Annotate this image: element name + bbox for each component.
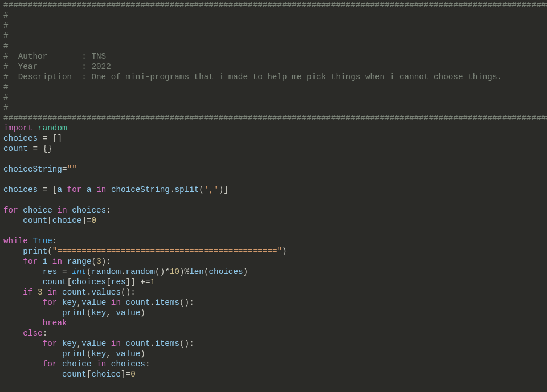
code-line: for i in range(3): xyxy=(3,257,111,266)
code-line: res = int(random.random()*10)%len(choice… xyxy=(3,267,248,276)
code-line: count = {} xyxy=(3,144,52,153)
comment-year: # Year : 2022 xyxy=(3,62,111,71)
code-line: import random xyxy=(3,124,67,133)
code-line: count[choices[res]] +=1 xyxy=(3,277,155,287)
code-line xyxy=(3,226,9,235)
code-line: count[choice]=0 xyxy=(3,216,96,225)
code-line: # xyxy=(3,21,9,30)
code-line xyxy=(3,195,9,205)
comment-description: # Description : One of mini-programs tha… xyxy=(3,72,502,81)
code-line: choices = [] xyxy=(3,134,62,143)
code-line: # Year : 2022 xyxy=(3,62,111,71)
code-line: choices = [a for a in choiceString.split… xyxy=(3,185,228,194)
code-line: ########################################… xyxy=(3,113,547,122)
code-line: # xyxy=(3,93,9,102)
code-line: else: xyxy=(3,329,47,338)
code-line xyxy=(3,154,9,164)
code-line: for key,value in count.items(): xyxy=(3,339,194,348)
code-line: for key,value in count.items(): xyxy=(3,298,194,307)
code-line: break xyxy=(3,318,67,328)
code-line: for choice in choices: xyxy=(3,360,150,369)
comment-rule: ########################################… xyxy=(3,1,547,10)
keyword-import: import xyxy=(3,124,32,133)
code-editor[interactable]: ########################################… xyxy=(0,0,547,379)
comment-author: # Author : TNS xyxy=(3,52,106,61)
module-random: random xyxy=(38,124,67,133)
code-line: count[choice]=0 xyxy=(3,370,136,379)
code-line: while True: xyxy=(3,236,57,246)
code-line: print(key, value) xyxy=(3,308,145,317)
code-line: if 3 in count.values(): xyxy=(3,288,136,297)
code-line xyxy=(3,175,9,184)
code-line: # xyxy=(3,31,9,40)
code-line: # Description : One of mini-programs tha… xyxy=(3,72,502,81)
code-line: print("=================================… xyxy=(3,247,287,256)
code-line: choiceString="" xyxy=(3,165,77,174)
code-line: for choice in choices: xyxy=(3,206,111,215)
code-line: # xyxy=(3,83,9,92)
code-line: # xyxy=(3,103,9,112)
code-line: # xyxy=(3,11,9,20)
code-line: # xyxy=(3,42,9,51)
code-line: # Author : TNS xyxy=(3,52,106,61)
code-line: print(key, value) xyxy=(3,349,145,358)
comment-rule: ########################################… xyxy=(3,113,547,122)
code-line: ########################################… xyxy=(3,1,547,10)
